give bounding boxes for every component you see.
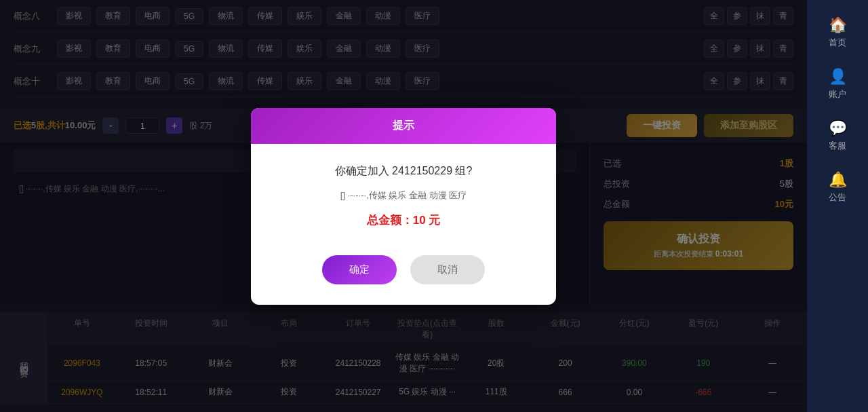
modal-title: 提示 bbox=[393, 119, 414, 131]
modal-desc: [] ·-·-·-·,传媒 娱乐 金融 动漫 医疗 bbox=[267, 189, 540, 202]
modal-total-label: 总金额： bbox=[367, 214, 413, 227]
modal-confirm-button[interactable]: 确定 bbox=[322, 255, 397, 284]
account-icon: 👤 bbox=[829, 68, 847, 86]
modal-dialog: 提示 你确定加入 2412150229 组? [] ·-·-·-·,传媒 娱乐 … bbox=[251, 108, 556, 305]
modal-total-value: 10 元 bbox=[413, 214, 441, 227]
modal-overlay: 提示 你确定加入 2412150229 组? [] ·-·-·-·,传媒 娱乐 … bbox=[0, 0, 807, 412]
modal-footer: 确定 取消 bbox=[251, 248, 556, 305]
sidebar-item-home[interactable]: 🏠 首页 bbox=[807, 7, 868, 58]
sidebar-item-service[interactable]: 💬 客服 bbox=[807, 110, 868, 162]
home-icon: 🏠 bbox=[829, 16, 847, 34]
sidebar-item-home-label: 首页 bbox=[829, 37, 846, 49]
main-content: 概念八 影视 教育 电商 5G 物流 传媒 娱乐 金融 动漫 医疗 全 参 抹 … bbox=[0, 0, 807, 412]
sidebar-item-service-label: 客服 bbox=[829, 140, 846, 152]
sidebar-item-announcement-label: 公告 bbox=[829, 191, 846, 204]
service-icon: 💬 bbox=[829, 119, 847, 137]
modal-amount: 总金额：10 元 bbox=[267, 212, 540, 228]
modal-question: 你确定加入 2412150229 组? bbox=[267, 164, 540, 179]
announcement-icon: 🔔 bbox=[829, 171, 847, 189]
sidebar-item-announcement[interactable]: 🔔 公告 bbox=[807, 162, 868, 213]
modal-cancel-button[interactable]: 取消 bbox=[410, 255, 485, 284]
sidebar-item-account-label: 账户 bbox=[829, 88, 846, 100]
modal-body: 你确定加入 2412150229 组? [] ·-·-·-·,传媒 娱乐 金融 … bbox=[251, 144, 556, 248]
modal-header: 提示 bbox=[251, 108, 556, 144]
sidebar-item-account[interactable]: 👤 账户 bbox=[807, 58, 868, 110]
sidebar: 🏠 首页 👤 账户 💬 客服 🔔 公告 bbox=[807, 0, 868, 412]
